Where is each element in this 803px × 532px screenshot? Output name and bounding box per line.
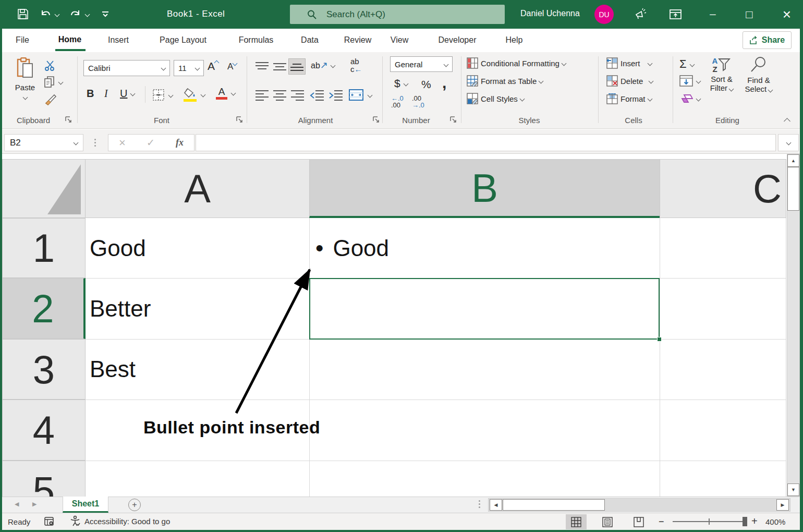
name-box-dropdown-icon[interactable] bbox=[74, 140, 79, 146]
font-dialog-launcher[interactable] bbox=[236, 116, 243, 123]
format-painter-button[interactable] bbox=[44, 93, 57, 106]
conditional-formatting-dropdown-icon[interactable] bbox=[561, 61, 566, 66]
zoom-in-button[interactable]: + bbox=[751, 515, 758, 527]
orientation-dropdown-icon[interactable] bbox=[330, 63, 335, 68]
increase-font-button[interactable]: A bbox=[208, 60, 218, 72]
tab-file[interactable]: File bbox=[16, 35, 29, 45]
tab-review[interactable]: Review bbox=[344, 35, 371, 45]
cell-styles-dropdown-icon[interactable] bbox=[519, 96, 525, 101]
cancel-button[interactable]: × bbox=[119, 136, 126, 150]
copy-button[interactable] bbox=[44, 76, 63, 88]
name-box-grip[interactable] bbox=[94, 139, 96, 140]
redo-dropdown-icon[interactable] bbox=[85, 11, 90, 17]
hscroll-right-button[interactable]: ▶ bbox=[776, 499, 789, 511]
merge-center-dropdown-icon[interactable] bbox=[368, 92, 373, 98]
font-size-combo[interactable]: 11 bbox=[174, 60, 204, 76]
clear-dropdown-icon[interactable] bbox=[696, 96, 701, 101]
undo-button[interactable] bbox=[39, 7, 59, 21]
merge-center-button[interactable] bbox=[348, 89, 372, 101]
view-normal-button[interactable] bbox=[566, 514, 587, 529]
currency-dropdown-icon[interactable] bbox=[403, 81, 408, 86]
formula-bar-expand-button[interactable] bbox=[778, 134, 799, 151]
redo-button[interactable] bbox=[69, 7, 89, 21]
align-top-button[interactable] bbox=[255, 61, 269, 73]
format-cells-button[interactable]: Format bbox=[606, 93, 652, 104]
formula-input[interactable] bbox=[196, 134, 776, 151]
align-right-button[interactable] bbox=[290, 89, 305, 101]
scroll-up-button[interactable]: ▲ bbox=[787, 154, 799, 167]
tab-view[interactable]: View bbox=[391, 35, 408, 45]
decrease-decimal-button[interactable]: .00 →.0 bbox=[412, 95, 424, 108]
sheet-nav-next-icon[interactable]: ▶ bbox=[32, 501, 36, 507]
percent-button[interactable]: % bbox=[421, 78, 431, 91]
record-macro-button[interactable] bbox=[44, 516, 55, 527]
increase-decimal-button[interactable]: ←.0 .00 bbox=[391, 95, 404, 108]
format-cells-dropdown-icon[interactable] bbox=[647, 96, 652, 101]
align-left-button[interactable] bbox=[255, 89, 269, 101]
alignment-dialog-launcher[interactable] bbox=[372, 116, 380, 123]
format-as-table-dropdown-icon[interactable] bbox=[539, 78, 544, 83]
cell-styles-button[interactable]: Cell Styles bbox=[467, 93, 524, 104]
quick-access-toolbar-button[interactable] bbox=[101, 10, 110, 18]
insert-function-button[interactable]: fx bbox=[176, 137, 184, 148]
font-size-dropdown-icon[interactable] bbox=[195, 66, 200, 71]
font-color-dropdown-icon[interactable] bbox=[231, 91, 236, 96]
clipboard-dialog-launcher[interactable] bbox=[65, 116, 72, 123]
maximize-button[interactable]: □ bbox=[737, 0, 761, 29]
horizontal-scroll-thumb[interactable] bbox=[503, 499, 605, 511]
view-page-layout-button[interactable] bbox=[597, 514, 618, 529]
name-box[interactable]: B2 bbox=[4, 134, 83, 151]
sheet-tab-active[interactable]: Sheet1 bbox=[63, 497, 108, 513]
sheet-nav-prev-icon[interactable]: ◀ bbox=[15, 501, 19, 507]
currency-button[interactable]: $ bbox=[394, 77, 408, 90]
comma-button[interactable]: , bbox=[442, 74, 446, 92]
ribbon-display-options-button[interactable] bbox=[669, 8, 682, 21]
decrease-font-button[interactable]: A bbox=[227, 62, 237, 72]
tab-insert[interactable]: Insert bbox=[108, 35, 129, 45]
delete-cells-button[interactable]: Delete bbox=[606, 75, 653, 87]
font-color-button[interactable]: A bbox=[216, 87, 235, 100]
align-bottom-button[interactable] bbox=[288, 58, 306, 75]
autosum-button[interactable]: Σ bbox=[679, 57, 694, 71]
save-button[interactable] bbox=[17, 8, 29, 20]
number-dialog-launcher[interactable] bbox=[449, 116, 457, 123]
vertical-scroll-thumb[interactable] bbox=[787, 167, 799, 211]
tab-developer[interactable]: Developer bbox=[439, 35, 477, 45]
format-as-table-button[interactable]: Format as Table bbox=[467, 75, 543, 87]
close-button[interactable]: × bbox=[774, 0, 800, 29]
underline-dropdown-icon[interactable] bbox=[130, 91, 136, 96]
borders-button[interactable] bbox=[152, 89, 173, 101]
horizontal-scrollbar[interactable]: ◀ ▶ bbox=[488, 498, 790, 512]
borders-dropdown-icon[interactable] bbox=[168, 92, 174, 98]
tab-home[interactable]: Home bbox=[58, 35, 81, 44]
column-header-c[interactable]: C bbox=[660, 159, 786, 218]
insert-cells-button[interactable]: Insert bbox=[606, 57, 652, 69]
tab-help[interactable]: Help bbox=[506, 35, 523, 45]
zoom-level[interactable]: 400% bbox=[765, 517, 785, 526]
search-box[interactable]: Search (Alt+Q) bbox=[290, 5, 505, 24]
bold-button[interactable]: B bbox=[87, 88, 94, 100]
copy-dropdown-icon[interactable] bbox=[58, 79, 64, 84]
zoom-out-button[interactable]: − bbox=[659, 516, 664, 527]
decrease-indent-button[interactable] bbox=[309, 89, 324, 101]
vertical-scrollbar[interactable]: ▲ ▼ bbox=[787, 154, 800, 497]
coming-soon-button[interactable] bbox=[634, 7, 647, 21]
fill-button[interactable] bbox=[679, 75, 700, 87]
fill-color-dropdown-icon[interactable] bbox=[201, 92, 206, 98]
tab-formulas[interactable]: Formulas bbox=[239, 35, 274, 45]
row-header-5[interactable]: 5 bbox=[2, 461, 86, 497]
number-format-combo[interactable]: General bbox=[390, 56, 453, 72]
user-name[interactable]: Daniel Uchenna bbox=[520, 9, 580, 18]
accessibility-status[interactable]: Accessibility: Good to go bbox=[69, 515, 170, 527]
underline-button[interactable]: U bbox=[120, 88, 135, 100]
view-page-break-button[interactable] bbox=[628, 514, 649, 529]
orientation-button[interactable]: ab↗ bbox=[311, 59, 335, 71]
clear-button[interactable] bbox=[679, 93, 700, 104]
cut-button[interactable] bbox=[44, 60, 56, 71]
selection-fill-handle[interactable] bbox=[657, 337, 662, 342]
number-format-dropdown-icon[interactable] bbox=[444, 62, 449, 67]
sort-filter-dropdown-icon[interactable] bbox=[729, 87, 734, 92]
find-select-dropdown-icon[interactable] bbox=[768, 88, 773, 93]
tab-page-layout[interactable]: Page Layout bbox=[160, 35, 206, 45]
conditional-formatting-button[interactable]: Conditional Formatting bbox=[467, 57, 566, 69]
